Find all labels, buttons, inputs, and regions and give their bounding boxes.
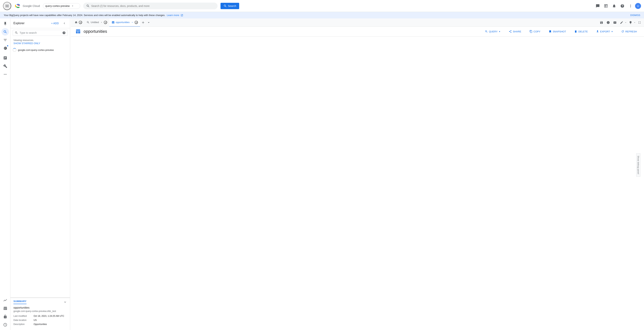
description-label: Description <box>14 323 32 326</box>
tab-untitled[interactable]: Untitled <box>84 18 109 27</box>
content-header: opportunities QUERY ▼ SHARE COPY SNAPSH <box>71 27 644 36</box>
data-location-label: Data location <box>14 319 32 322</box>
more-resource-options-button[interactable] <box>63 48 68 52</box>
hamburger-menu-button[interactable] <box>3 2 11 10</box>
explorer-header: Explorer + ADD <box>10 18 70 28</box>
refresh-button-label: REFRESH <box>625 30 637 33</box>
sidebar-pinned-icon[interactable] <box>2 20 9 27</box>
explorer-search-wrap[interactable] <box>13 30 68 36</box>
info-button[interactable] <box>605 19 611 25</box>
table-icon <box>75 29 80 34</box>
edit-button[interactable] <box>619 19 624 25</box>
export-button[interactable]: EXPORT ▼ <box>594 29 616 34</box>
terminal-icon-button[interactable] <box>602 2 610 10</box>
content-actions-right: REFRESH <box>619 29 640 34</box>
app-container: Google Cloud query-cortex-preview Search <box>0 0 644 330</box>
query-button-label: QUERY <box>489 30 498 33</box>
sidebar-table-icon[interactable] <box>2 305 9 312</box>
refresh-icon <box>621 30 624 33</box>
snapshot-button[interactable]: SNAPSHOT <box>546 29 569 34</box>
description-value: Opportunities <box>34 323 47 326</box>
notifications-icon-button[interactable] <box>610 2 618 10</box>
global-search-bar[interactable] <box>83 2 218 9</box>
snapshot-icon <box>549 30 552 33</box>
sidebar-schedule-icon[interactable] <box>2 321 9 329</box>
copy-button[interactable]: COPY <box>527 29 543 34</box>
sidebar-filter-icon[interactable] <box>2 36 9 44</box>
edit-dropdown-icon <box>624 21 627 24</box>
tab-home[interactable] <box>72 18 84 27</box>
summary-header[interactable]: SUMMARY <box>10 298 70 306</box>
top-icons: U <box>594 2 641 10</box>
help-icon-button[interactable] <box>619 2 626 10</box>
sidebar-history-icon[interactable] <box>2 44 9 52</box>
delete-button[interactable]: DELETE <box>572 29 590 34</box>
last-modified-value: Oct 18, 2023, 1:24:25 AM UTC <box>34 315 64 317</box>
add-tab-button[interactable] <box>140 19 146 25</box>
resource-item[interactable]: google.com:query-cortex-preview <box>10 46 70 54</box>
untitled-tab-close-button[interactable] <box>104 21 107 24</box>
show-starred-button[interactable]: SHOW STARRED ONLY <box>14 42 40 45</box>
summary-table-name: opportunities <box>14 306 67 309</box>
tabs-more-button[interactable] <box>146 20 151 25</box>
summary-content: opportunities google.com:query-cortex-pr… <box>10 306 70 330</box>
data-location-value: US <box>34 319 37 322</box>
delete-button-label: DELETE <box>578 30 588 33</box>
home-tab-close-button[interactable] <box>79 21 82 24</box>
content-title: opportunities <box>84 29 479 34</box>
tabs-bar: Untitled opportunities <box>71 18 644 27</box>
explorer-search-icon <box>15 31 18 34</box>
search-button[interactable]: Search <box>220 3 239 9</box>
sidebar-lock-icon[interactable] <box>2 313 9 320</box>
search-icon <box>86 4 90 8</box>
export-dropdown-arrow: ▼ <box>611 30 613 33</box>
lightbulb-dropdown-icon <box>634 21 636 24</box>
user-avatar[interactable]: U <box>635 3 641 9</box>
summary-panel: SUMMARY opportunities google.com:query-c… <box>10 297 70 330</box>
explorer-title: Explorer <box>14 22 48 25</box>
tab-opportunities[interactable]: opportunities <box>109 18 140 27</box>
opportunities-tab-dropdown-icon <box>131 21 134 23</box>
fullscreen-button[interactable] <box>636 19 642 25</box>
query-button[interactable]: QUERY ▼ <box>482 29 503 34</box>
refresh-button[interactable]: REFRESH <box>619 29 640 34</box>
project-selector[interactable]: query-cortex-preview <box>43 3 80 9</box>
save-query-button[interactable] <box>598 19 604 25</box>
summary-chevron-icon <box>63 300 67 304</box>
support-icon-button[interactable] <box>594 2 602 10</box>
summary-data-location-row: Data location US <box>14 319 67 322</box>
resource-loading-spinner <box>13 48 16 52</box>
query-icon <box>485 30 488 33</box>
more-options-button[interactable] <box>627 2 634 10</box>
share-button[interactable]: SHARE <box>506 29 524 34</box>
opportunities-tab-label: opportunities <box>116 21 130 24</box>
summary-table-path: google.com:query-cortex-preview.sfdc_tes… <box>14 310 67 313</box>
star-resource-button[interactable] <box>58 48 63 52</box>
sidebar-build-icon[interactable] <box>2 62 9 70</box>
collapse-panel-button[interactable] <box>62 21 67 26</box>
summary-description-row: Description Opportunities <box>14 323 67 326</box>
share-icon <box>509 30 512 33</box>
add-button[interactable]: + ADD <box>50 21 60 25</box>
debug-panel-tab[interactable]: Show debug panel <box>636 153 640 176</box>
explorer-search-input[interactable] <box>20 31 61 34</box>
sidebar-analytics-icon[interactable] <box>2 54 9 62</box>
lightbulb-button[interactable] <box>628 19 634 25</box>
google-cloud-logo[interactable]: Google Cloud <box>14 3 40 8</box>
home-tab-icon <box>74 21 78 24</box>
explorer-info: Viewing resources. SHOW STARRED ONLY <box>10 37 70 46</box>
global-search-input[interactable] <box>91 4 214 7</box>
sidebar-chart-icon[interactable] <box>2 297 9 304</box>
dismiss-button[interactable]: DISMISS <box>630 14 640 16</box>
sidebar-dots-icon[interactable] <box>2 71 9 78</box>
main-area: Explorer + ADD Viewing resources. SHOW S… <box>0 18 644 330</box>
sidebar-search-icon[interactable] <box>2 28 9 35</box>
left-sidebar <box>0 18 10 330</box>
summary-last-modified-row: Last modified Oct 18, 2023, 1:24:25 AM U… <box>14 315 67 317</box>
delete-icon <box>574 30 577 33</box>
untitled-tab-icon <box>86 21 90 24</box>
opportunities-tab-close-button[interactable] <box>134 21 138 24</box>
learn-more-link[interactable]: Learn more <box>167 14 179 16</box>
email-button[interactable] <box>612 19 618 25</box>
notification-message: Your BigQuery projects will have new cap… <box>4 14 165 16</box>
